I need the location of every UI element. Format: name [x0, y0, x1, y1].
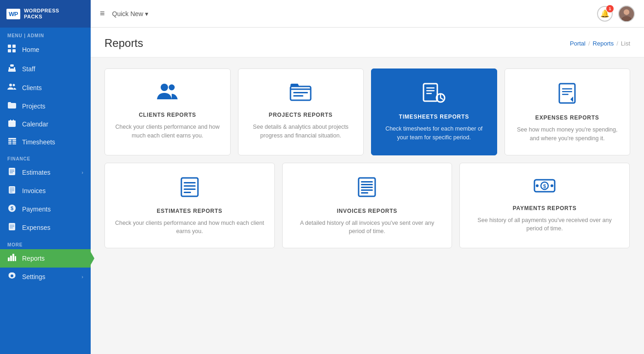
svg-rect-61	[562, 88, 572, 90]
svg-rect-27	[9, 186, 15, 194]
invoices-reports-card[interactable]: INVOICES REPORTS A detailed history of a…	[282, 163, 453, 249]
expenses-reports-card[interactable]: EXPENSES REPORTS See how much money you'…	[505, 69, 631, 155]
timesheets-reports-title: TIMESHEETS REPORTS	[399, 114, 469, 120]
sidebar-item-estimates[interactable]: Estimates ›	[0, 163, 91, 182]
svg-rect-26	[10, 172, 13, 173]
svg-rect-38	[8, 257, 10, 261]
cards-row-1: CLIENTS REPORTS Check your clients perfo…	[104, 69, 630, 155]
chevron-right-icon: ›	[81, 274, 83, 280]
sidebar-item-expenses[interactable]: Expenses	[0, 218, 91, 237]
logo-text: WORDPRESSPACKS	[24, 8, 59, 20]
svg-rect-41	[15, 256, 16, 261]
timesheets-reports-desc: Check timesheets for each member of your…	[381, 125, 487, 142]
svg-rect-16	[8, 138, 16, 139]
notification-bell-button[interactable]: 🔔 1	[597, 6, 613, 22]
svg-rect-13	[9, 124, 10, 125]
sidebar-item-home[interactable]: Home	[0, 40, 91, 59]
svg-rect-66	[184, 185, 196, 187]
svg-point-45	[624, 9, 629, 15]
svg-rect-71	[361, 184, 373, 185]
clients-reports-card[interactable]: CLIENTS REPORTS Check your clients perfo…	[104, 69, 231, 155]
svg-rect-15	[14, 124, 15, 125]
sidebar-item-label: Calendar	[22, 120, 48, 128]
svg-point-47	[622, 16, 631, 22]
chart-icon	[7, 254, 17, 263]
svg-rect-35	[10, 225, 14, 226]
clients-reports-icon	[156, 83, 179, 104]
sidebar-item-projects[interactable]: Projects	[0, 97, 91, 115]
estimates-reports-title: ESTIMATES REPORTS	[157, 208, 222, 214]
sidebar-item-invoices[interactable]: Invoices	[0, 182, 91, 200]
projects-reports-card[interactable]: PROJECTS REPORTS See details & analytics…	[238, 69, 364, 155]
svg-rect-28	[10, 188, 14, 188]
breadcrumb: Portal / Reports / List	[570, 40, 630, 47]
invoices-icon	[7, 186, 17, 195]
dollar-icon: $	[7, 205, 17, 214]
svg-point-48	[161, 84, 168, 91]
sidebar: WP WORDPRESSPACKS MENU | ADMIN Home Staf…	[0, 0, 91, 354]
svg-rect-4	[10, 64, 14, 67]
cards-row-2: ESTIMATES REPORTS Check your clients per…	[104, 163, 630, 249]
payments-reports-card[interactable]: $ PAYMENTS REPORTS See history of all pa…	[459, 163, 630, 249]
estimates-reports-icon	[180, 177, 199, 200]
sidebar-item-clients[interactable]: Clients	[0, 79, 91, 97]
invoices-reports-desc: A detailed history of all invoices you'v…	[292, 219, 443, 236]
logo-wp: WP	[6, 9, 20, 19]
section-label-menu: MENU | ADMIN	[0, 28, 91, 40]
svg-rect-52	[293, 95, 303, 97]
svg-point-7	[9, 84, 12, 86]
estimates-icon	[7, 168, 17, 177]
svg-point-78	[536, 184, 539, 187]
svg-rect-29	[10, 189, 14, 190]
table-icon	[7, 138, 17, 146]
sidebar-item-settings[interactable]: Settings ›	[0, 268, 91, 286]
estimates-reports-card[interactable]: ESTIMATES REPORTS Check your clients per…	[104, 163, 275, 249]
avatar[interactable]	[618, 6, 635, 22]
sidebar-item-label: Invoices	[22, 187, 46, 194]
sidebar-item-label: Timesheets	[22, 138, 55, 146]
sidebar-item-timesheets[interactable]: Timesheets	[0, 133, 91, 151]
svg-rect-18	[12, 140, 16, 141]
gear-icon	[7, 272, 17, 281]
sidebar-item-staff[interactable]: Staff	[0, 59, 91, 79]
expenses-reports-icon	[557, 83, 577, 107]
svg-point-43	[11, 274, 13, 277]
svg-rect-31	[10, 192, 12, 193]
sidebar-item-label: Projects	[22, 103, 46, 110]
people-icon	[7, 83, 17, 92]
svg-rect-74	[361, 192, 368, 194]
page-header: Reports Portal / Reports / List	[91, 28, 644, 57]
svg-rect-19	[8, 142, 12, 143]
svg-rect-36	[10, 226, 14, 227]
svg-rect-10	[8, 120, 16, 122]
svg-point-8	[13, 84, 15, 86]
notification-badge: 1	[606, 5, 614, 12]
breadcrumb-sep-1: /	[588, 40, 590, 47]
breadcrumb-portal[interactable]: Portal	[570, 40, 586, 47]
svg-rect-0	[8, 45, 11, 48]
sidebar-item-calendar[interactable]: Calendar	[0, 115, 91, 133]
svg-rect-63	[562, 94, 569, 95]
dropdown-arrow-icon: ▾	[145, 10, 148, 17]
sidebar-item-payments[interactable]: $ Payments	[0, 200, 91, 218]
payments-reports-icon: $	[534, 177, 556, 198]
svg-rect-55	[426, 90, 435, 91]
menu-icon[interactable]: ≡	[100, 9, 105, 18]
svg-rect-17	[8, 140, 12, 141]
svg-point-49	[168, 85, 174, 91]
folder-icon	[7, 102, 17, 110]
sidebar-item-reports[interactable]: Reports	[0, 249, 91, 268]
person-badge-icon	[7, 64, 17, 74]
timesheets-reports-card[interactable]: TIMESHEETS REPORTS Check timesheets for …	[371, 69, 497, 155]
svg-rect-30	[10, 190, 14, 191]
svg-rect-53	[424, 84, 437, 101]
payments-reports-title: PAYMENTS REPORTS	[513, 205, 577, 211]
quick-new-button[interactable]: Quick New ▾	[112, 10, 149, 17]
svg-rect-65	[184, 182, 196, 183]
breadcrumb-reports[interactable]: Reports	[593, 40, 614, 47]
projects-reports-icon	[290, 83, 312, 104]
breadcrumb-sep-2: /	[616, 40, 618, 47]
svg-rect-24	[10, 170, 14, 171]
projects-reports-title: PROJECTS REPORTS	[269, 112, 333, 118]
svg-rect-12	[13, 120, 14, 121]
